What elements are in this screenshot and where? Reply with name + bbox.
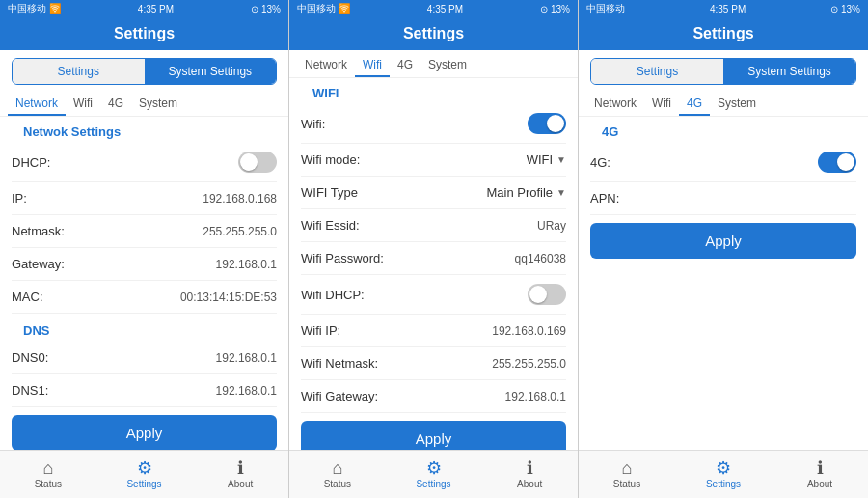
- row-label-mac: MAC:: [12, 290, 43, 304]
- row-gateway: Gateway: 192.168.0.1: [12, 248, 277, 281]
- toggle-wifi-dhcp[interactable]: [528, 284, 566, 305]
- bottom-nav-3: ⌂ Status ⚙ Settings ℹ About: [579, 450, 868, 498]
- nav-tab-4g-3[interactable]: 4G: [679, 93, 710, 116]
- segmented-control-1: Settings System Settings: [12, 58, 277, 85]
- row-ip: IP: 192.168.0.168: [12, 182, 277, 215]
- nav-tabs-3: Network Wifi 4G System: [579, 93, 868, 117]
- nav-tab-wifi-3[interactable]: Wifi: [644, 93, 679, 116]
- nav-tabs-1: Network Wifi 4G System: [0, 93, 288, 117]
- info-icon-3: ℹ: [817, 459, 824, 477]
- status-left-3: 中国移动: [586, 2, 625, 15]
- row-label-dhcp: DHCP:: [12, 155, 50, 170]
- chevron-down-icon-wifi-mode: ▼: [556, 154, 566, 165]
- header-1: Settings: [0, 17, 288, 50]
- nav-tab-network-3[interactable]: Network: [586, 93, 644, 116]
- home-icon-2: ⌂: [332, 459, 342, 477]
- bottom-nav-about-1[interactable]: ℹ About: [192, 451, 288, 498]
- status-bar-1: 中国移动 🛜 4:35 PM ⊙ 13%: [0, 0, 288, 17]
- panel-2: 中国移动 🛜 4:35 PM ⊙ 13% Settings Network Wi…: [289, 0, 579, 498]
- chevron-down-icon-wifi-type: ▼: [556, 187, 566, 198]
- home-icon-1: ⌂: [42, 459, 53, 477]
- nav-tab-4g-1[interactable]: 4G: [100, 93, 131, 116]
- row-label-wifi-dhcp: Wifi DHCP:: [301, 288, 365, 302]
- row-label-essid: Wifi Essid:: [301, 218, 360, 233]
- row-label-wifi-netmask: Wifi Netmask:: [301, 356, 378, 371]
- seg-btn-settings-1[interactable]: Settings: [13, 59, 145, 84]
- row-dhcp: DHCP:: [12, 143, 277, 182]
- gear-icon-3: ⚙: [716, 459, 731, 477]
- toggle-wifi[interactable]: [528, 113, 566, 134]
- dns-section-header: DNS: [12, 319, 277, 342]
- nav-tab-system-3[interactable]: System: [710, 93, 764, 116]
- row-label-wifi-gateway: Wifi Gateway:: [301, 389, 378, 403]
- apply-button-3[interactable]: Apply: [590, 223, 856, 259]
- row-value-dns1: 192.168.0.1: [216, 384, 277, 398]
- row-value-ip: 192.168.0.168: [203, 192, 277, 206]
- bottom-nav-status-3[interactable]: ⌂ Status: [579, 451, 675, 498]
- row-label-dns0: DNS0:: [12, 350, 48, 365]
- row-label-apn: APN:: [590, 191, 619, 206]
- status-time-2: 4:35 PM: [427, 4, 463, 14]
- row-value-mac: 00:13:14:15:DE:53: [180, 290, 277, 304]
- nav-tab-system-2[interactable]: System: [420, 54, 475, 77]
- bottom-nav-2: ⌂ Status ⚙ Settings ℹ About: [289, 450, 578, 498]
- bottom-nav-status-2[interactable]: ⌂ Status: [289, 451, 386, 498]
- toggle-4g[interactable]: [818, 152, 856, 173]
- apply-button-2[interactable]: Apply: [301, 421, 566, 450]
- seg-btn-settings-3[interactable]: Settings: [591, 59, 723, 84]
- bottom-nav-status-1[interactable]: ⌂ Status: [0, 451, 96, 498]
- row-apn: APN:: [590, 182, 856, 215]
- header-2: Settings: [289, 17, 578, 50]
- apply-button-1[interactable]: Apply: [12, 415, 277, 450]
- gear-icon-2: ⚙: [426, 459, 442, 477]
- row-value-essid: URay: [537, 219, 566, 233]
- settings-content-3: 4G 4G: APN: Apply: [579, 121, 868, 450]
- row-value-dns0: 192.168.0.1: [216, 351, 277, 365]
- dropdown-wifi-type[interactable]: Main Profile ▼: [486, 185, 566, 200]
- toggle-dhcp[interactable]: [238, 152, 277, 173]
- row-dns1: DNS1: 192.168.0.1: [12, 374, 277, 407]
- status-time-1: 4:35 PM: [138, 4, 174, 14]
- seg-btn-system-1[interactable]: System Settings: [145, 59, 277, 84]
- status-right-1: ⊙ 13%: [251, 4, 281, 14]
- row-netmask: Netmask: 255.255.255.0: [12, 215, 277, 248]
- info-icon-2: ℹ: [527, 459, 533, 477]
- row-wifi-netmask: Wifi Netmask: 255.255.255.0: [301, 347, 566, 380]
- section-header-2: WIFI: [301, 82, 566, 104]
- bottom-nav-about-2[interactable]: ℹ About: [481, 451, 578, 498]
- dropdown-wifi-mode[interactable]: WIFI ▼: [527, 152, 566, 167]
- row-value-wifi-ip: 192.168.0.169: [492, 324, 566, 338]
- row-label-wifi-ip: Wifi IP:: [301, 323, 340, 338]
- row-label-4g: 4G:: [590, 155, 610, 170]
- seg-btn-system-3[interactable]: System Settings: [723, 59, 855, 84]
- row-label-wifi: Wifi:: [301, 117, 325, 131]
- bottom-nav-settings-2[interactable]: ⚙ Settings: [386, 451, 482, 498]
- row-wifi-essid: Wifi Essid: URay: [301, 209, 566, 242]
- nav-tab-network-2[interactable]: Network: [297, 54, 355, 77]
- settings-content-2: WIFI Wifi: Wifi mode: WIFI ▼ WIFI Type M…: [289, 82, 578, 450]
- bottom-nav-settings-3[interactable]: ⚙ Settings: [675, 451, 772, 498]
- row-4g-toggle: 4G:: [590, 143, 856, 182]
- row-label-wifi-mode: Wifi mode:: [301, 152, 360, 167]
- info-icon-1: ℹ: [237, 459, 244, 477]
- status-right-3: ⊙ 13%: [830, 4, 860, 14]
- gear-icon-1: ⚙: [137, 459, 152, 477]
- row-label-password: Wifi Password:: [301, 251, 384, 265]
- bottom-nav-about-3[interactable]: ℹ About: [772, 451, 868, 498]
- status-time-3: 4:35 PM: [710, 4, 746, 14]
- nav-tab-wifi-1[interactable]: Wifi: [66, 93, 100, 116]
- bottom-nav-settings-1[interactable]: ⚙ Settings: [96, 451, 193, 498]
- panel-3: 中国移动 4:35 PM ⊙ 13% Settings Settings Sys…: [579, 0, 868, 498]
- row-label-ip: IP:: [12, 191, 27, 206]
- nav-tab-network-1[interactable]: Network: [8, 93, 66, 116]
- row-wifi-ip: Wifi IP: 192.168.0.169: [301, 315, 566, 347]
- nav-tab-system-1[interactable]: System: [131, 93, 185, 116]
- home-icon-3: ⌂: [622, 459, 633, 477]
- nav-tab-wifi-2[interactable]: Wifi: [355, 54, 390, 77]
- row-wifi-toggle: Wifi:: [301, 104, 566, 144]
- header-title-2: Settings: [403, 25, 464, 42]
- header-title-1: Settings: [114, 25, 175, 42]
- header-title-3: Settings: [692, 25, 753, 42]
- status-right-2: ⊙ 13%: [540, 4, 570, 14]
- nav-tab-4g-2[interactable]: 4G: [390, 54, 420, 77]
